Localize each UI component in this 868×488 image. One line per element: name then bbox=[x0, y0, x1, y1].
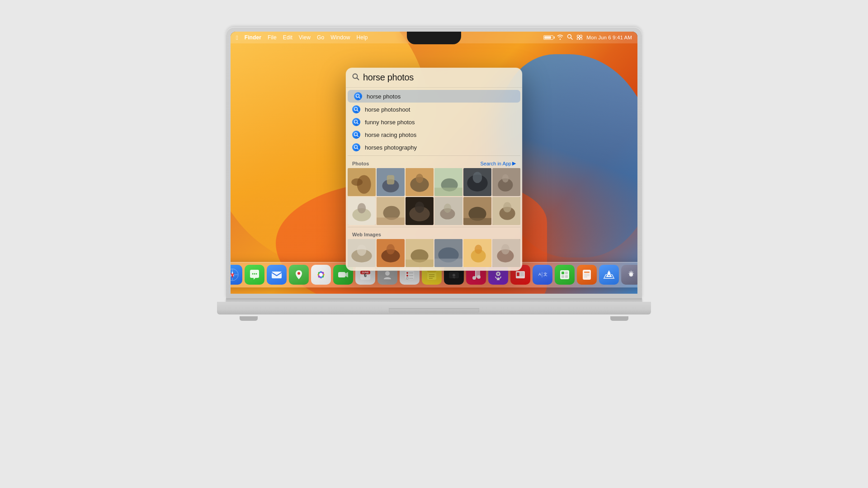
spotlight-suggestions: horse photos horse photoshoot bbox=[346, 88, 522, 155]
suggestion-item-3[interactable]: funny horse photos bbox=[346, 116, 522, 128]
web-photo-thumb-5[interactable] bbox=[463, 239, 491, 267]
control-center-icon[interactable] bbox=[576, 34, 583, 41]
svg-rect-146 bbox=[561, 275, 564, 278]
svg-point-97 bbox=[297, 272, 300, 275]
dock-icon-safari[interactable] bbox=[231, 265, 242, 285]
svg-rect-144 bbox=[561, 272, 564, 274]
web-photo-thumb-1[interactable] bbox=[348, 239, 376, 267]
menubar-finder[interactable]: Finder bbox=[245, 34, 261, 41]
menubar-left:  Finder File Edit View Go Window Help bbox=[236, 34, 368, 41]
dock-icon-systemprefs[interactable] bbox=[621, 265, 637, 285]
svg-point-12 bbox=[354, 120, 358, 123]
svg-rect-147 bbox=[565, 275, 568, 278]
menubar-right: Mon Jun 6 9:41 AM bbox=[543, 34, 632, 41]
dock-icon-pages[interactable] bbox=[577, 265, 597, 285]
svg-point-115 bbox=[406, 275, 408, 277]
photo-thumb-10[interactable] bbox=[434, 197, 462, 225]
suggestion-item-5[interactable]: horses photography bbox=[346, 141, 522, 154]
svg-line-15 bbox=[357, 136, 359, 137]
photo-thumb-4[interactable] bbox=[434, 168, 462, 196]
svg-rect-105 bbox=[338, 272, 345, 277]
menubar-go[interactable]: Go bbox=[317, 34, 324, 41]
photo-thumb-7[interactable] bbox=[348, 197, 376, 225]
svg-point-94 bbox=[254, 273, 255, 275]
dock-icon-translate[interactable]: A 文 bbox=[533, 265, 552, 285]
photo-thumb-11[interactable] bbox=[463, 197, 491, 225]
macbook-hinge bbox=[226, 298, 642, 302]
svg-rect-29 bbox=[434, 188, 462, 196]
svg-text:文: 文 bbox=[543, 272, 547, 277]
suggestion-icon-3 bbox=[352, 118, 360, 126]
wifi-icon[interactable] bbox=[557, 34, 563, 41]
photos-section-title: Photos bbox=[352, 161, 369, 166]
svg-point-2 bbox=[577, 35, 580, 38]
screen:  Finder File Edit View Go Window Help bbox=[231, 32, 637, 294]
svg-point-10 bbox=[354, 108, 358, 111]
svg-point-104 bbox=[319, 273, 323, 277]
svg-point-5 bbox=[580, 38, 582, 40]
svg-point-20 bbox=[351, 178, 363, 186]
menubar-file[interactable]: File bbox=[268, 34, 277, 41]
suggestion-icon-1 bbox=[354, 92, 362, 100]
menubar-window[interactable]: Window bbox=[330, 34, 350, 41]
svg-text:A: A bbox=[538, 272, 541, 277]
photo-thumb-6[interactable] bbox=[492, 168, 520, 196]
menubar-view[interactable]: View bbox=[299, 34, 311, 41]
dock-icon-messages[interactable] bbox=[245, 265, 264, 285]
photos-search-in-app[interactable]: Search in App ▶ bbox=[481, 160, 516, 166]
svg-rect-143 bbox=[560, 270, 569, 279]
photo-thumb-3[interactable] bbox=[406, 168, 434, 196]
suggestion-text-1: horse photos bbox=[367, 93, 401, 100]
search-menubar-icon[interactable] bbox=[567, 34, 573, 41]
menubar-edit[interactable]: Edit bbox=[283, 34, 292, 41]
svg-rect-96 bbox=[272, 272, 282, 278]
macbook-feet bbox=[226, 314, 642, 321]
web-photo-thumb-4[interactable] bbox=[434, 239, 462, 267]
menubar-help[interactable]: Help bbox=[357, 34, 368, 41]
menubar-clock: Mon Jun 6 9:41 AM bbox=[586, 35, 632, 40]
svg-point-68 bbox=[475, 244, 482, 254]
svg-line-13 bbox=[357, 123, 359, 124]
screen-bezel:  Finder File Edit View Go Window Help bbox=[231, 32, 637, 294]
svg-point-3 bbox=[580, 35, 582, 38]
photo-thumb-5[interactable] bbox=[463, 168, 491, 196]
suggestion-text-5: horses photography bbox=[365, 144, 417, 151]
apple-logo-icon[interactable]:  bbox=[236, 34, 238, 41]
svg-point-32 bbox=[473, 172, 482, 183]
svg-point-44 bbox=[415, 202, 425, 213]
svg-rect-149 bbox=[584, 272, 590, 273]
macbook-device:  Finder File Edit View Go Window Help bbox=[226, 27, 642, 461]
svg-rect-62 bbox=[406, 259, 434, 267]
spotlight-search-bar[interactable]: horse photos bbox=[346, 68, 522, 88]
dock-icon-photos[interactable] bbox=[311, 265, 331, 285]
svg-point-35 bbox=[502, 174, 509, 183]
svg-line-11 bbox=[357, 110, 359, 112]
dock-icon-appstore[interactable] bbox=[599, 265, 619, 285]
dock-icon-maps[interactable] bbox=[289, 265, 309, 285]
battery-fill bbox=[544, 36, 551, 39]
photo-thumb-8[interactable] bbox=[377, 197, 405, 225]
web-photo-thumb-6[interactable] bbox=[492, 239, 520, 267]
spotlight-search-icon bbox=[352, 73, 359, 82]
svg-point-26 bbox=[416, 174, 424, 183]
svg-point-53 bbox=[503, 202, 512, 212]
dock-icon-numbers[interactable] bbox=[555, 265, 575, 285]
dock-icon-mail[interactable] bbox=[267, 265, 287, 285]
notch bbox=[407, 32, 461, 44]
suggestion-item-4[interactable]: horse racing photos bbox=[346, 128, 522, 141]
photo-thumb-2[interactable] bbox=[377, 168, 405, 196]
svg-point-56 bbox=[357, 244, 367, 256]
svg-line-1 bbox=[571, 38, 573, 40]
web-photo-thumb-2[interactable] bbox=[377, 239, 405, 267]
web-photo-thumb-3[interactable] bbox=[406, 239, 434, 267]
suggestion-item-1[interactable]: horse photos bbox=[348, 90, 520, 103]
svg-point-47 bbox=[444, 203, 452, 213]
photo-thumb-1[interactable] bbox=[348, 168, 376, 196]
photos-section-header: Photos Search in App ▶ bbox=[346, 158, 522, 168]
photo-thumb-12[interactable] bbox=[492, 197, 520, 225]
svg-rect-65 bbox=[434, 258, 462, 267]
spotlight-input-text[interactable]: horse photos bbox=[363, 72, 414, 83]
macbook-base bbox=[217, 302, 651, 314]
suggestion-item-2[interactable]: horse photoshoot bbox=[346, 103, 522, 116]
photo-thumb-9[interactable] bbox=[406, 197, 434, 225]
